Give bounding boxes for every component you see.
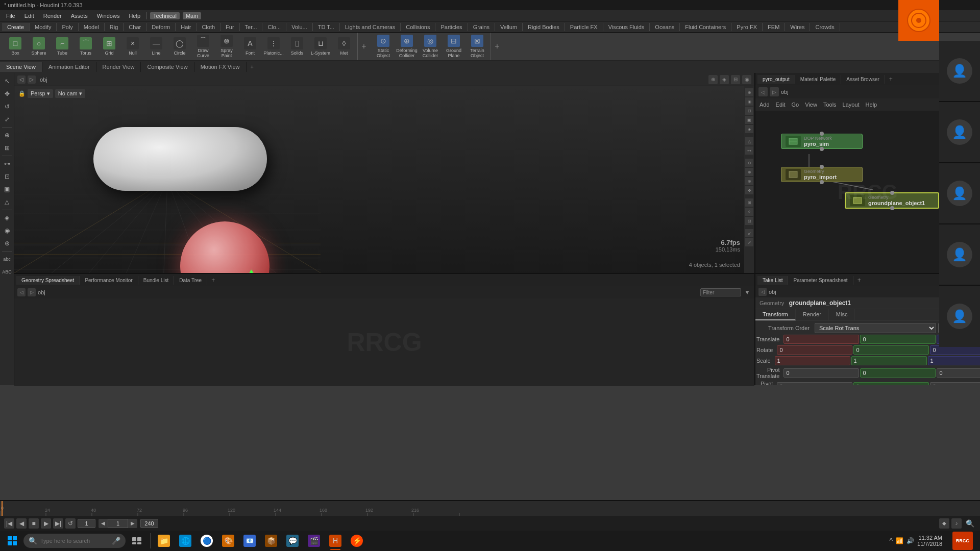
scale-y[interactable] bbox=[851, 356, 927, 365]
pp-tab-take[interactable]: Take List bbox=[757, 276, 788, 285]
tl-prev-btn[interactable]: ◀ bbox=[16, 518, 27, 529]
shelf-tab-crowds[interactable]: Crowds bbox=[810, 23, 840, 31]
tool-4[interactable]: △ bbox=[1, 196, 13, 208]
shelf-tab-ter[interactable]: Ter... bbox=[240, 23, 263, 31]
scale-x[interactable] bbox=[775, 356, 850, 365]
persp-btn[interactable]: Persp ▾ bbox=[28, 89, 53, 98]
taskbar-app5[interactable]: 📧 bbox=[239, 531, 260, 551]
tool-box[interactable]: □Box bbox=[4, 34, 27, 59]
menu-render[interactable]: Render bbox=[39, 12, 66, 20]
shelf-tab-deform[interactable]: Deform bbox=[146, 23, 176, 31]
menu-edit[interactable]: Edit bbox=[20, 12, 38, 20]
shelf-tab-vellum[interactable]: Vellum bbox=[495, 23, 523, 31]
translate-y[interactable] bbox=[860, 335, 936, 344]
taskbar-chrome[interactable]: 🔵 bbox=[197, 531, 217, 551]
shelf-tab-create[interactable]: Create bbox=[2, 23, 30, 31]
tool-transform[interactable]: ✥ bbox=[1, 88, 13, 100]
tool-2[interactable]: ⊡ bbox=[1, 170, 13, 183]
tl-loop-btn[interactable]: ↺ bbox=[65, 518, 76, 529]
shelf-tab-model[interactable]: Model bbox=[79, 23, 105, 31]
tool-select[interactable]: ↖ bbox=[1, 75, 13, 87]
shelf-tab-oceans[interactable]: Oceans bbox=[650, 23, 680, 31]
tool-terrain-object[interactable]: ⊠Terrain Object bbox=[466, 34, 488, 59]
vr-btn1[interactable]: ⊕ bbox=[745, 88, 753, 96]
bl-back[interactable]: ◁ bbox=[17, 288, 26, 296]
tool-3[interactable]: ▣ bbox=[1, 183, 13, 195]
tool-deforming-collider[interactable]: ⊕Deforming Collider bbox=[396, 34, 418, 59]
node-pyro-import[interactable]: Geometry pyro_import bbox=[781, 167, 863, 182]
vr-btn14[interactable]: ⊡ bbox=[745, 217, 753, 225]
windows-btn[interactable] bbox=[2, 531, 22, 551]
timeline-search-icon[interactable]: 🔍 bbox=[964, 517, 976, 530]
vr-btn12[interactable]: ⊞ bbox=[745, 198, 753, 207]
vr-btn13[interactable]: ◊ bbox=[745, 208, 753, 216]
taskbar-app7[interactable]: 💬 bbox=[282, 531, 303, 551]
net-menu-go[interactable]: Go bbox=[792, 102, 799, 108]
vr-btn2[interactable]: ◉ bbox=[745, 97, 753, 106]
geo-icon[interactable]: ⊟ bbox=[731, 75, 740, 84]
bl-tab-tree[interactable]: Data Tree bbox=[174, 276, 207, 285]
tool-grid[interactable]: ⊞Grid bbox=[98, 34, 120, 59]
vr-btn7[interactable]: ⊶ bbox=[745, 146, 753, 155]
tool-1[interactable]: ⊶ bbox=[1, 158, 13, 170]
shelf-add-btn2[interactable]: + bbox=[492, 34, 502, 59]
net-menu-view[interactable]: View bbox=[805, 102, 817, 108]
main-tag[interactable]: Main bbox=[183, 12, 201, 19]
viewport[interactable]: ◁ ▷ obj ⊕ ◈ ⊟ ◉ bbox=[14, 73, 755, 273]
net-tab-asset[interactable]: Asset Browser bbox=[841, 75, 885, 84]
tl-audio-btn[interactable]: ♪ bbox=[951, 518, 962, 529]
net-back[interactable]: ◁ bbox=[758, 87, 768, 96]
bl-tab-geometry[interactable]: Geometry Spreadsheet bbox=[16, 276, 80, 285]
vr-btn9[interactable]: ⊕ bbox=[745, 168, 753, 176]
shelf-tab-fluidcontainers[interactable]: Fluid Containers bbox=[680, 23, 731, 31]
tl-key-btn[interactable]: ◆ bbox=[939, 518, 949, 529]
frame-current-input[interactable] bbox=[108, 519, 128, 528]
tool-rotate[interactable]: ↺ bbox=[1, 101, 13, 113]
tool-5[interactable]: ◈ bbox=[1, 212, 13, 224]
tool-abc[interactable]: abc bbox=[1, 253, 13, 265]
tool-volume-collider[interactable]: ◎Volume Collider bbox=[419, 34, 442, 59]
net-menu-layout[interactable]: Layout bbox=[843, 102, 860, 108]
shelf-tab-collisions[interactable]: Collisions bbox=[401, 23, 435, 31]
tab-animation-editor[interactable]: Animation Editor bbox=[42, 62, 96, 72]
net-fwd[interactable]: ▷ bbox=[770, 87, 779, 96]
shelf-tab-tdt[interactable]: TD T... bbox=[313, 23, 340, 31]
shelf-tab-hair[interactable]: Hair bbox=[176, 23, 197, 31]
net-menu-help[interactable]: Help bbox=[866, 102, 877, 108]
render-icon[interactable]: ◉ bbox=[742, 75, 751, 84]
frame-start-input[interactable] bbox=[78, 519, 95, 528]
tl-inc-btn[interactable]: ▶ bbox=[128, 519, 137, 528]
rotate-y[interactable] bbox=[853, 345, 929, 355]
shelf-tab-clo[interactable]: Clo... bbox=[262, 23, 286, 31]
taskbar-explorer[interactable]: 📁 bbox=[154, 531, 174, 551]
menu-file[interactable]: File bbox=[2, 12, 19, 20]
tool-lsystem[interactable]: ⊔L-System bbox=[309, 34, 332, 59]
pivot-rotate-z[interactable] bbox=[930, 382, 980, 385]
translate-x[interactable] bbox=[783, 335, 859, 344]
pivot-translate-y[interactable] bbox=[860, 368, 936, 378]
tool-draw-curve[interactable]: ⌒Draw Curve bbox=[192, 34, 214, 59]
tool-sphere[interactable]: ○Sphere bbox=[28, 34, 50, 59]
bl-fwd[interactable]: ▷ bbox=[28, 288, 36, 296]
cam-btn[interactable]: No cam ▾ bbox=[55, 89, 85, 98]
bl-expand[interactable]: ▼ bbox=[743, 288, 751, 296]
tool-7[interactable]: ⊛ bbox=[1, 237, 13, 249]
menu-windows[interactable]: Windows bbox=[93, 12, 124, 20]
search-bar[interactable]: 🔍 🎤 bbox=[23, 534, 126, 548]
pp-tab-param[interactable]: Parameter Spreadsheet bbox=[788, 276, 853, 285]
taskbar-app10[interactable]: ⚡ bbox=[347, 531, 367, 551]
tool-tube[interactable]: ⌐Tube bbox=[51, 34, 74, 59]
vr-btn3[interactable]: ⊟ bbox=[745, 107, 753, 115]
shelf-tab-rig[interactable]: Rig bbox=[105, 23, 124, 31]
shelf-tab-pyrofx[interactable]: Pyro FX bbox=[731, 23, 763, 31]
shelf-tab-fur[interactable]: Fur bbox=[220, 23, 240, 31]
shelf-tab-char[interactable]: Char bbox=[124, 23, 146, 31]
shelf-tab-viscous[interactable]: Viscous Fluids bbox=[603, 23, 650, 31]
net-menu-edit[interactable]: Edit bbox=[776, 102, 786, 108]
rotate-x[interactable] bbox=[777, 345, 852, 355]
net-tab-material[interactable]: Material Palette bbox=[795, 75, 841, 84]
tool-ground-plane[interactable]: ⊟Ground Plane bbox=[443, 34, 465, 59]
bl-tab-bundle[interactable]: Bundle List bbox=[138, 276, 174, 285]
taskbar-edge[interactable]: 🌐 bbox=[175, 531, 195, 551]
vr-btn15[interactable]: ↙ bbox=[745, 229, 753, 237]
